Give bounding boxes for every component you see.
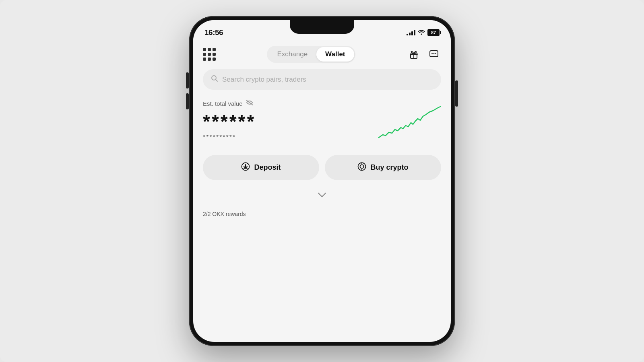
volume-down-button	[186, 93, 189, 109]
gift-icon[interactable]	[407, 47, 421, 62]
battery-icon: 87	[427, 29, 440, 36]
tab-wallet[interactable]: Wallet	[316, 47, 354, 62]
message-icon[interactable]	[427, 47, 441, 62]
phone-frame: 16:56	[189, 16, 455, 346]
search-placeholder-text: Search crypto pairs, traders	[222, 76, 306, 84]
battery-level: 87	[431, 30, 436, 35]
bottom-strip: 2/2 OKX rewards	[193, 205, 451, 223]
search-bar[interactable]: Search crypto pairs, traders	[203, 69, 441, 90]
action-buttons: Deposit Buy crypto	[203, 155, 441, 180]
chevron-down-icon	[318, 191, 326, 200]
deposit-label: Deposit	[254, 163, 281, 172]
deposit-button[interactable]: Deposit	[203, 155, 319, 180]
buy-crypto-label: Buy crypto	[370, 163, 408, 172]
wifi-icon	[418, 29, 425, 36]
tab-group: Exchange Wallet	[267, 46, 355, 63]
signal-icon	[407, 30, 415, 35]
deposit-icon	[241, 162, 250, 173]
svg-point-5	[433, 53, 435, 54]
value-masked-large: ******	[203, 112, 377, 131]
hide-value-icon[interactable]	[246, 99, 254, 107]
buy-crypto-icon	[357, 162, 366, 173]
status-time: 16:56	[204, 28, 223, 37]
svg-line-8	[216, 80, 218, 82]
wallet-section: Est. total value ****** **********	[203, 99, 441, 144]
wallet-left: Est. total value ****** **********	[203, 99, 377, 141]
buy-crypto-button[interactable]: Buy crypto	[325, 155, 441, 180]
grid-menu-icon[interactable]	[203, 48, 216, 61]
screen-content: Exchange Wallet	[193, 42, 451, 205]
header-actions	[407, 47, 441, 62]
power-button	[455, 80, 458, 107]
value-masked-small: **********	[203, 134, 377, 141]
volume-up-button	[186, 72, 189, 88]
header-nav: Exchange Wallet	[203, 42, 441, 69]
est-total-label: Est. total value	[203, 99, 377, 107]
tab-exchange[interactable]: Exchange	[268, 47, 316, 62]
chevron-down-wrap[interactable]	[203, 188, 441, 205]
notch	[290, 20, 354, 34]
page-background: 16:56	[0, 0, 644, 362]
status-icons: 87	[407, 29, 440, 36]
svg-point-4	[431, 53, 433, 54]
mini-chart	[377, 103, 441, 144]
phone-screen: 16:56	[193, 20, 451, 342]
svg-point-6	[435, 53, 436, 54]
rewards-text: 2/2 OKX rewards	[203, 211, 246, 217]
svg-point-13	[360, 165, 364, 169]
search-icon	[211, 75, 218, 84]
